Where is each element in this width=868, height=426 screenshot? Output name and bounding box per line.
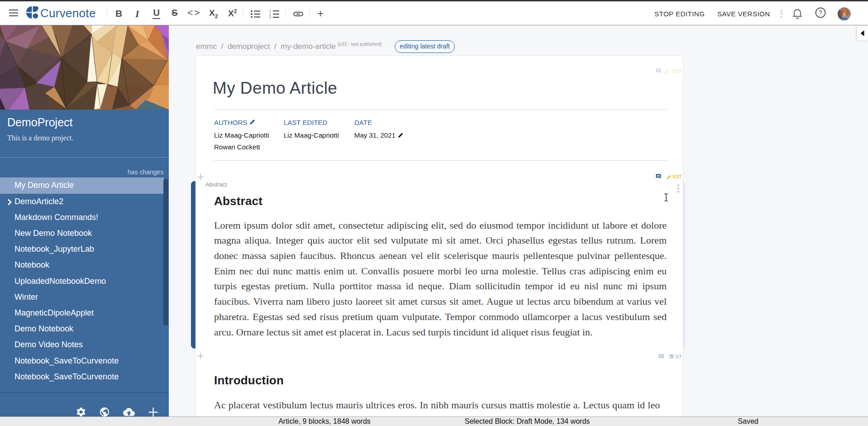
svg-text:?: ? <box>819 9 822 16</box>
svg-text:3: 3 <box>269 16 271 19</box>
